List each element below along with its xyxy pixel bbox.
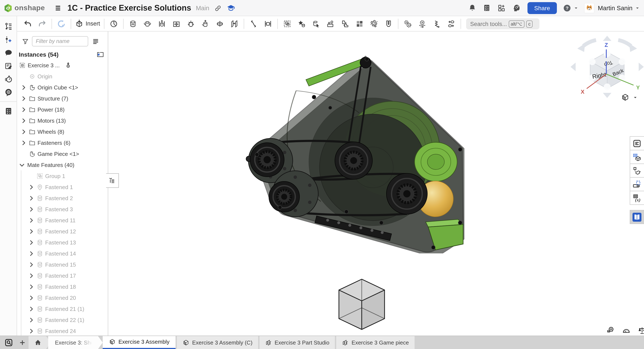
chevron-right-icon[interactable] xyxy=(27,272,35,279)
home-tab[interactable] xyxy=(28,336,51,349)
group-icon[interactable] xyxy=(281,17,294,30)
user-menu-caret-icon[interactable] xyxy=(635,4,640,12)
protractor-icon[interactable] xyxy=(622,326,630,335)
tape-measure-icon[interactable] xyxy=(606,326,615,335)
chevron-right-icon[interactable] xyxy=(27,228,35,234)
tree-item-power-18[interactable]: Power (18) xyxy=(17,104,108,115)
tree-item-fastened-2[interactable]: Fastened 2 xyxy=(17,193,108,204)
education-cap-icon[interactable] xyxy=(227,3,235,12)
pattern-icon[interactable] xyxy=(353,17,366,30)
document-crumb-tab[interactable]: Exercise 3: Sho xyxy=(48,336,103,349)
insert-button[interactable]: Insert xyxy=(75,19,100,28)
tasks-checklist-icon[interactable] xyxy=(482,4,490,12)
ball-mate-icon[interactable] xyxy=(184,17,197,30)
tree-item-fastened-18[interactable]: Fastened 18 xyxy=(17,281,108,292)
cylindrical-mate-icon[interactable] xyxy=(199,17,212,30)
tree-item-motors-13[interactable]: Motors (13) xyxy=(17,115,108,126)
chevron-right-icon[interactable] xyxy=(27,261,35,268)
tree-item-fastened-24[interactable]: Fastened 24 xyxy=(17,325,108,336)
tree-item-wheels-8[interactable]: Wheels (8) xyxy=(17,126,108,137)
chevron-right-icon[interactable] xyxy=(27,295,35,301)
document-title[interactable]: 1C - Practice Exercise Solutions xyxy=(68,3,191,12)
learning-book-panel-tab[interactable] xyxy=(630,210,644,224)
history-icon[interactable] xyxy=(0,72,16,86)
origin-cube-part[interactable] xyxy=(336,277,387,333)
tab-exercise-3-game-piece[interactable]: Exercise 3 Game piece xyxy=(336,336,414,349)
tree-item-fastened-14[interactable]: Fastened 14 xyxy=(17,248,108,259)
search-tools-input[interactable] xyxy=(470,21,507,27)
belt-relation-icon[interactable] xyxy=(445,17,458,30)
chevron-right-icon[interactable] xyxy=(27,217,35,223)
tree-item-origin[interactable]: Origin xyxy=(17,71,108,82)
app-store-icon[interactable] xyxy=(497,3,506,12)
tab-exercise-3-assembly[interactable]: Exercise 3 Assembly xyxy=(103,336,176,349)
tab-exercise-3-assembly-c[interactable]: Exercise 3 Assembly (C) xyxy=(177,336,258,349)
user-name[interactable]: Martin Sanin xyxy=(598,4,632,11)
bom-table-panel-tab[interactable] xyxy=(630,150,644,164)
chevron-right-icon[interactable] xyxy=(20,106,28,113)
gear-relation-icon[interactable] xyxy=(401,17,414,30)
tree-item-fastened-20[interactable]: Fastened 20 xyxy=(17,292,108,303)
panel-collapse-handle[interactable] xyxy=(106,173,119,188)
chevron-right-icon[interactable] xyxy=(27,184,35,190)
chevron-right-icon[interactable] xyxy=(20,84,28,90)
chevron-right-icon[interactable] xyxy=(20,139,28,146)
tangent-mate-icon[interactable] xyxy=(247,17,260,30)
tree-item-group-1[interactable]: Group 1 xyxy=(17,170,108,181)
chevron-right-icon[interactable] xyxy=(27,317,35,323)
view-cube[interactable]: Top Right Back Z Y X xyxy=(570,35,644,99)
named-position-icon[interactable] xyxy=(295,17,308,30)
add-tab-button[interactable] xyxy=(16,336,28,349)
structure-panel-panel-tab[interactable] xyxy=(630,136,644,150)
planar-mate-icon[interactable] xyxy=(170,17,183,30)
list-view-icon[interactable] xyxy=(92,37,99,45)
chevron-right-icon[interactable] xyxy=(27,328,35,334)
tree-item-origin-cube-1[interactable]: Origin Cube <1> xyxy=(17,82,108,93)
filter-icon[interactable] xyxy=(22,37,29,45)
edit-notes-icon[interactable] xyxy=(0,59,16,72)
replicate-icon[interactable] xyxy=(339,17,352,30)
chevron-right-icon[interactable] xyxy=(27,239,35,246)
search-document-icon[interactable] xyxy=(1,336,16,349)
workspace-label[interactable]: Main xyxy=(196,4,209,11)
undo-icon[interactable] xyxy=(21,17,34,30)
tree-item-game-piece-1[interactable]: Game Piece <1> xyxy=(17,148,108,159)
mass-properties-icon[interactable] xyxy=(638,326,644,335)
tree-item-fastened-22-1[interactable]: Fastened 22 (1) xyxy=(17,314,108,325)
tab-exercise-3-part-studio[interactable]: Exercise 3 Part Studio xyxy=(259,336,335,349)
tree-item-mate-features-40[interactable]: Mate Features (40) xyxy=(17,159,108,170)
user-avatar[interactable] xyxy=(584,3,594,13)
tree-item-fastened-12[interactable]: Fastened 12 xyxy=(17,226,108,237)
share-button[interactable]: Share xyxy=(527,2,557,14)
chevron-right-icon[interactable] xyxy=(20,117,28,124)
ai-advisor-icon[interactable] xyxy=(512,3,520,12)
onshape-logo[interactable]: onshape xyxy=(4,3,45,12)
chevron-right-icon[interactable] xyxy=(27,306,35,312)
chevron-right-icon[interactable] xyxy=(27,283,35,290)
chevron-right-icon[interactable] xyxy=(20,128,28,135)
chevron-right-icon[interactable] xyxy=(20,95,28,102)
help-menu[interactable] xyxy=(563,3,578,12)
limit-mate-icon[interactable] xyxy=(262,17,274,30)
tree-item-fastened-17[interactable]: Fastened 17 xyxy=(17,270,108,281)
assembly-model-3d[interactable] xyxy=(245,53,464,253)
interference-icon[interactable] xyxy=(382,17,395,30)
pin-slot-mate-icon[interactable] xyxy=(214,17,226,30)
explode-icon[interactable] xyxy=(368,17,380,30)
tree-item-fasteners-6[interactable]: Fasteners (6) xyxy=(17,137,108,148)
revolute-mate-icon[interactable] xyxy=(141,17,154,30)
parallel-mate-icon[interactable] xyxy=(228,17,241,30)
chevron-right-icon[interactable] xyxy=(27,206,35,212)
redo-icon[interactable] xyxy=(36,17,48,30)
tree-item-fastened-21-1[interactable]: Fastened 21 (1) xyxy=(17,303,108,314)
create-version-icon[interactable] xyxy=(0,33,16,46)
fastened-mate-icon[interactable] xyxy=(126,17,139,30)
variables-panel-tab[interactable] xyxy=(630,191,644,205)
view-options-cube-button[interactable] xyxy=(621,93,638,102)
versions-icon[interactable] xyxy=(0,19,16,33)
copy-link-icon[interactable] xyxy=(214,4,222,12)
graphics-viewport[interactable]: Top Right Back Z Y X xyxy=(108,31,644,336)
tree-item-exercise-3[interactable]: Exercise 3 ... xyxy=(17,60,108,71)
tree-item-fastened-15[interactable]: Fastened 15 xyxy=(17,259,108,270)
tree-item-fastened-13[interactable]: Fastened 13 xyxy=(17,237,108,248)
